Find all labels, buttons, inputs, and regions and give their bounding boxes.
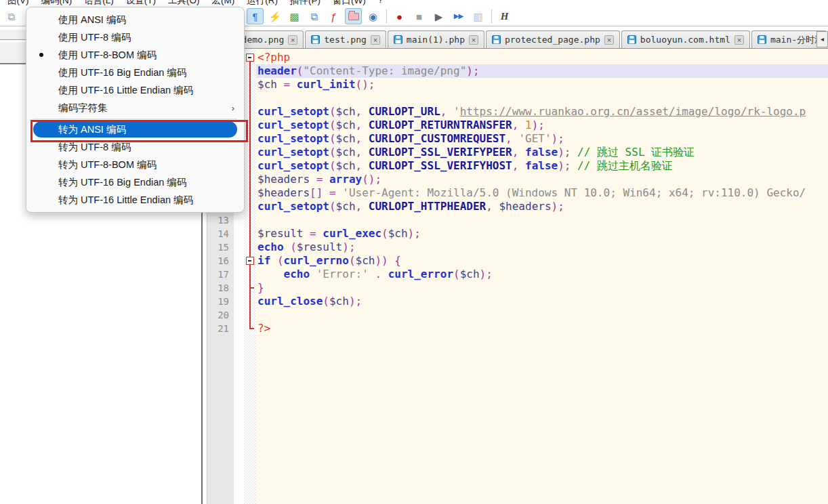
code-token: ); xyxy=(466,64,479,77)
code-text: curl_close($ch); xyxy=(256,295,828,308)
document-tab-2[interactable]: main(1).php× xyxy=(388,30,484,48)
code-token: if xyxy=(257,254,270,267)
code-token: , xyxy=(356,159,363,172)
tab-close-icon[interactable]: × xyxy=(734,35,744,45)
menubar-item-1[interactable]: 编码(N) xyxy=(35,0,79,7)
code-token: ); xyxy=(342,240,355,253)
code-token: curl_setopt xyxy=(257,132,329,145)
menu-item-1[interactable]: 使用 UTF-8 编码 xyxy=(26,28,244,46)
fold-collapse-icon[interactable] xyxy=(246,54,254,62)
code-token: CURLOPT_SSL_VERIFYPEER xyxy=(369,146,512,159)
function-list-icon[interactable]: ƒ xyxy=(325,8,342,24)
menubar-item-9[interactable]: ? xyxy=(372,0,390,7)
fold-cell[interactable] xyxy=(244,51,256,64)
code-line-19: 19curl_close($ch); xyxy=(207,295,828,308)
menu-separator xyxy=(33,119,237,119)
document-tab-3[interactable]: protected_page.php× xyxy=(486,30,620,48)
code-text: echo 'Error:' . curl_error($ch); xyxy=(256,268,828,281)
tab-close-icon[interactable]: × xyxy=(604,35,614,45)
menu-item-5[interactable]: 编码字符集› xyxy=(26,99,244,117)
document-tabbar: -demo.png×test.png×main(1).php×protected… xyxy=(207,30,828,49)
code-token xyxy=(362,159,369,172)
menu-item-2[interactable]: 使用 UTF-8-BOM 编码 xyxy=(26,46,244,64)
macro-record-icon[interactable]: ● xyxy=(391,8,408,24)
code-token xyxy=(284,240,291,253)
menubar: 图(V)编码(N)语言(L)设置(T)工具(O)宏(M)运行(R)插件(P)窗口… xyxy=(0,0,828,7)
code-line-20: 20 xyxy=(207,308,828,322)
fold-cell[interactable] xyxy=(244,254,256,268)
code-editor[interactable]: 1<?php2header("Content-Type: image/png")… xyxy=(207,49,828,504)
menu-item-9[interactable]: 转为 UTF-8-BOM 编码 xyxy=(26,156,244,173)
menubar-item-8[interactable]: 窗口(W) xyxy=(327,0,372,7)
fold-line xyxy=(249,213,251,227)
copy-icon-glyph: ⧉ xyxy=(7,12,15,22)
fold-collapse-icon[interactable] xyxy=(246,257,254,265)
macro-play-icon-glyph: ▶ xyxy=(435,12,443,22)
code-token: false xyxy=(525,159,558,172)
fold-line xyxy=(249,105,251,119)
code-token: $ch xyxy=(336,105,356,118)
fold-line xyxy=(249,91,251,105)
tab-close-icon[interactable]: × xyxy=(371,35,380,45)
menu-item-8[interactable]: 转为 UTF-8 编码 xyxy=(26,138,244,156)
code-token xyxy=(270,254,277,267)
code-token xyxy=(257,268,284,280)
macro-save-icon[interactable]: ▥ xyxy=(470,8,487,24)
menu-item-11[interactable]: 转为 UTF-16 Little Endian 编码 xyxy=(26,191,244,209)
document-map-icon[interactable]: ▩ xyxy=(286,8,303,24)
code-token xyxy=(369,268,375,280)
bookmark-cell xyxy=(234,308,244,322)
code-token: , xyxy=(505,132,512,145)
code-token: <?php xyxy=(257,51,290,64)
document-tab-4[interactable]: boluoyun.com.html× xyxy=(621,30,750,48)
copy-icon[interactable]: ⧉ xyxy=(3,8,20,24)
menubar-item-7[interactable]: 插件(P) xyxy=(284,0,327,7)
menu-item-label: 使用 UTF-8 编码 xyxy=(58,31,131,44)
code-line-13: 13 xyxy=(207,213,828,227)
tab-scroll-left-button[interactable]: ◂ xyxy=(816,31,828,47)
menu-item-7[interactable]: 转为 ANSI 编码 xyxy=(33,121,237,138)
code-token: . xyxy=(375,268,381,280)
menu-item-0[interactable]: 使用 ANSI 编码 xyxy=(26,11,244,28)
menubar-item-0[interactable]: 图(V) xyxy=(1,0,35,7)
code-token: , xyxy=(356,132,363,145)
code-token: ( xyxy=(329,105,336,118)
line-number: 13 xyxy=(207,213,234,227)
tab-close-icon[interactable]: × xyxy=(469,35,478,45)
fold-cell xyxy=(244,227,256,240)
macro-run-multiple-icon[interactable]: ▶▶ xyxy=(450,8,467,24)
menubar-item-5[interactable]: 宏(M) xyxy=(206,0,241,7)
code-token: curl_setopt xyxy=(257,159,329,172)
code-token xyxy=(447,105,453,118)
code-token: header xyxy=(257,64,297,77)
lightning-icon[interactable]: ⚡ xyxy=(266,8,283,24)
document-tab-5[interactable]: main-分时流量 xyxy=(751,30,827,48)
menubar-item-2[interactable]: 语言(L) xyxy=(78,0,120,7)
menu-item-3[interactable]: 使用 UTF-16 Big Endian 编码 xyxy=(26,64,244,81)
code-token: ); xyxy=(552,132,564,145)
line-number: 20 xyxy=(207,308,234,322)
menu-item-4[interactable]: 使用 UTF-16 Little Endian 编码 xyxy=(26,81,244,99)
monitoring-h-icon[interactable]: H xyxy=(496,8,513,24)
macro-stop-icon[interactable]: ■ xyxy=(411,8,428,24)
code-token: ( xyxy=(297,64,304,77)
fold-cell xyxy=(244,173,256,186)
document-tab-1[interactable]: test.png× xyxy=(305,30,386,48)
show-all-characters-icon[interactable]: ¶ xyxy=(247,8,264,24)
folder-monitor-icon[interactable] xyxy=(345,8,362,24)
code-token xyxy=(323,173,329,186)
synchronize-docs-icon[interactable]: ⧉ xyxy=(306,8,323,24)
line-number: 14 xyxy=(207,227,234,240)
code-token: = xyxy=(310,227,316,240)
menubar-item-6[interactable]: 运行(R) xyxy=(241,0,284,7)
menu-item-10[interactable]: 转为 UTF-16 Big Endian 编码 xyxy=(26,173,244,191)
bookmark-cell xyxy=(234,268,244,281)
code-token: (); xyxy=(356,78,375,91)
code-token: $ch xyxy=(336,159,356,172)
menubar-item-4[interactable]: 工具(O) xyxy=(162,0,206,7)
macro-play-icon[interactable]: ▶ xyxy=(430,8,447,24)
tab-close-icon[interactable]: × xyxy=(288,35,297,45)
fold-cell xyxy=(244,213,256,227)
document-peeker-eye-icon[interactable]: ◉ xyxy=(365,8,381,24)
menubar-item-3[interactable]: 设置(T) xyxy=(120,0,162,7)
